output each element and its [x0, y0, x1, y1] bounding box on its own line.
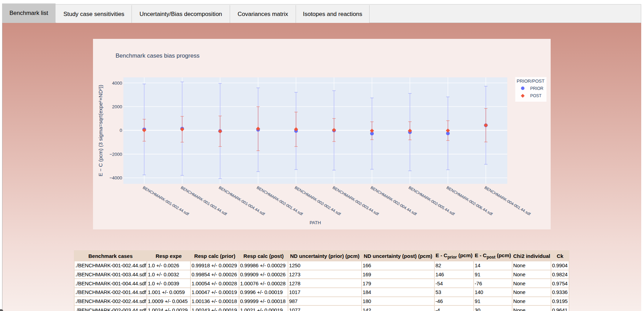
- svg-text:−2000: −2000: [109, 152, 122, 157]
- svg-text:E − C (pcm) (3 sigma=sqrt(expe: E − C (pcm) (3 sigma=sqrt(expe²+ND²)): [98, 85, 103, 176]
- svg-text:0: 0: [120, 128, 122, 133]
- svg-text:4000: 4000: [112, 81, 122, 86]
- svg-text:Benchmark cases bias progress: Benchmark cases bias progress: [116, 52, 200, 59]
- svg-text:POST: POST: [530, 93, 542, 98]
- svg-text:PATH: PATH: [310, 220, 321, 225]
- svg-text:PRIOR/POST: PRIOR/POST: [517, 78, 544, 84]
- svg-text:2000: 2000: [112, 104, 122, 109]
- svg-text:−4000: −4000: [109, 175, 122, 180]
- svg-text:PRIOR: PRIOR: [530, 86, 543, 91]
